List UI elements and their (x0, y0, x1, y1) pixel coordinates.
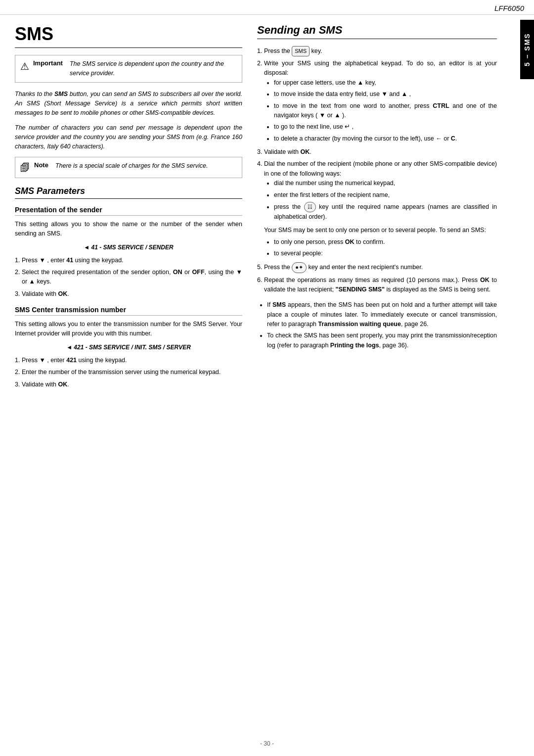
page-title: SMS (15, 24, 242, 48)
sending-step-4: Dial the number of the recipient (mobile… (264, 159, 497, 258)
sending-step-5: Press the ●✦ key and enter the next reci… (264, 262, 497, 273)
bullet-several-people: to several people: (274, 249, 497, 258)
send-person-bullets: to only one person, press OK to confirm.… (264, 237, 497, 259)
sms-center-steps: Press ▼ , enter 421 using the keypad. En… (15, 356, 242, 389)
right-column: Sending an SMS Press the SMS key. Write … (257, 20, 514, 394)
sms-center-step-1: Press ▼ , enter 421 using the keypad. (22, 356, 242, 365)
dial-bullets: dial the number using the numerical keyp… (264, 179, 497, 222)
bullet-dial-num: dial the number using the numerical keyp… (274, 179, 497, 188)
sms-key-btn: SMS (292, 46, 310, 56)
sending-step-6: Repeat the operations as many times as r… (264, 276, 497, 295)
note-icon: 🗐 (20, 162, 30, 174)
bullet-move-word: to move in the text from one word to ano… (274, 101, 497, 121)
intro-para-2: The number of characters you can send pe… (15, 123, 242, 152)
plus-key-btn: ●✦ (292, 262, 307, 273)
menu-path-sender: 41 - SMS SERVICE / SENDER (15, 244, 242, 251)
send-to-person-text: Your SMS may be sent to only one person … (264, 226, 497, 235)
menu-path-server: 421 - SMS SERVICE / INIT. SMS / SERVER (15, 344, 242, 351)
note-box: 🗐 Note There is a special scale of charg… (15, 157, 242, 178)
sms-center-step-3: Validate with OK. (22, 380, 242, 389)
sending-step-1: Press the SMS key. (264, 46, 497, 56)
sending-step-2: Write your SMS using the alphabetical ke… (264, 59, 497, 143)
bullet-uppercase: for upper case letters, use the ▲ key, (274, 78, 497, 88)
presentation-step-3: Validate with OK. (22, 289, 242, 299)
bullet-first-letters: enter the first letters of the recipient… (274, 190, 497, 200)
page-number: - 30 - (260, 740, 274, 747)
bullet-delete: to delete a character (by moving the cur… (274, 134, 497, 143)
header-bar: LFF6050 (0, 0, 534, 15)
presentation-steps: Press ▼ , enter 41 using the keypad. Sel… (15, 256, 242, 299)
intro-para-1: Thanks to the SMS button, you can send a… (15, 90, 242, 118)
extra-bullets: If SMS appears, then the SMS has been pu… (257, 300, 497, 350)
page-container: LFF6050 5 – SMS SMS ⚠ Important The SMS … (0, 0, 534, 756)
presentation-heading: Presentation of the sender (15, 206, 242, 216)
presentation-desc: This setting allows you to show the name… (15, 220, 242, 239)
note-text: There is a special scale of charges for … (55, 161, 208, 171)
important-label: Important (33, 59, 63, 67)
sending-steps: Press the SMS key. Write your SMS using … (257, 46, 497, 294)
important-box: ⚠ Important The SMS service is dependent… (15, 55, 242, 83)
important-text: The SMS service is dependent upon the co… (70, 59, 237, 78)
note-label: Note (34, 161, 48, 169)
presentation-step-2: Select the required presentation of the … (22, 268, 242, 287)
bullet-press-key: press the ☷ key until the required name … (274, 202, 497, 222)
extra-bullet-1: If SMS appears, then the SMS has been pu… (267, 300, 497, 329)
bullet-move-field: to move inside the data entry field, use… (274, 90, 497, 99)
phonebook-key-btn: ☷ (304, 202, 316, 212)
sms-center-heading: SMS Center transmission number (15, 306, 242, 316)
bullet-one-person: to only one person, press OK to confirm. (274, 237, 497, 247)
bullet-next-line: to go to the next line, use ↵ , (274, 122, 497, 132)
sending-step-3: Validate with OK. (264, 147, 497, 157)
sms-center-step-2: Enter the number of the transmission ser… (22, 368, 242, 377)
footer: - 30 - (0, 740, 534, 747)
sending-sms-heading: Sending an SMS (257, 24, 497, 39)
sms-parameters-heading: SMS Parameters (15, 186, 242, 199)
extra-bullet-2: To check the SMS has been sent properly,… (267, 331, 497, 350)
right-col-inner: Sending an SMS Press the SMS key. Write … (257, 24, 497, 350)
header-model: LFF6050 (494, 4, 524, 12)
left-column: SMS ⚠ Important The SMS service is depen… (15, 20, 242, 394)
editor-bullets: for upper case letters, use the ▲ key, t… (264, 78, 497, 143)
side-tab: 5 – SMS (520, 20, 534, 79)
presentation-step-1: Press ▼ , enter 41 using the keypad. (22, 256, 242, 265)
main-content: SMS ⚠ Important The SMS service is depen… (0, 15, 534, 404)
important-icon: ⚠ (20, 60, 29, 72)
sms-center-desc: This setting allows you to enter the tra… (15, 320, 242, 339)
